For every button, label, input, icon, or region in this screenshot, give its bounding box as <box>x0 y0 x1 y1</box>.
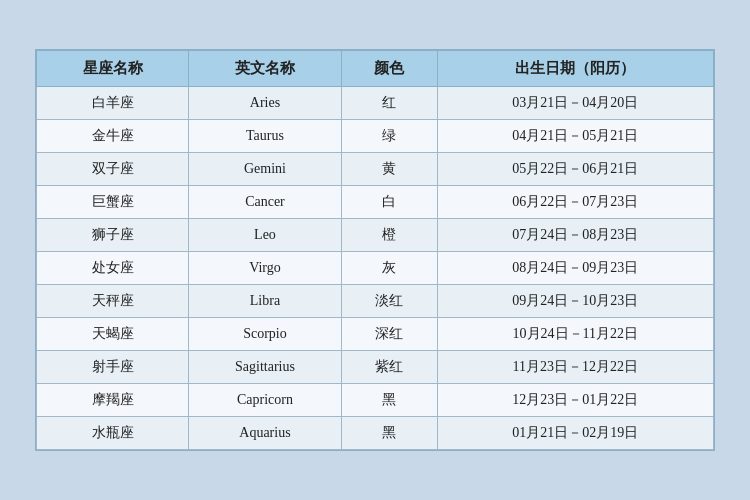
table-header-row: 星座名称 英文名称 颜色 出生日期（阳历） <box>37 51 714 87</box>
cell-color: 黑 <box>341 384 437 417</box>
table-row: 摩羯座Capricorn黑12月23日－01月22日 <box>37 384 714 417</box>
cell-dates: 07月24日－08月23日 <box>437 219 713 252</box>
cell-color: 白 <box>341 186 437 219</box>
cell-dates: 09月24日－10月23日 <box>437 285 713 318</box>
cell-chinese-name: 摩羯座 <box>37 384 189 417</box>
table-row: 双子座Gemini黄05月22日－06月21日 <box>37 153 714 186</box>
cell-color: 橙 <box>341 219 437 252</box>
cell-chinese-name: 水瓶座 <box>37 417 189 450</box>
table-body: 白羊座Aries红03月21日－04月20日金牛座Taurus绿04月21日－0… <box>37 87 714 450</box>
cell-dates: 12月23日－01月22日 <box>437 384 713 417</box>
table-row: 巨蟹座Cancer白06月22日－07月23日 <box>37 186 714 219</box>
header-chinese-name: 星座名称 <box>37 51 189 87</box>
cell-english-name: Aquarius <box>189 417 341 450</box>
cell-dates: 01月21日－02月19日 <box>437 417 713 450</box>
cell-english-name: Sagittarius <box>189 351 341 384</box>
cell-color: 灰 <box>341 252 437 285</box>
cell-english-name: Leo <box>189 219 341 252</box>
table-row: 狮子座Leo橙07月24日－08月23日 <box>37 219 714 252</box>
cell-dates: 05月22日－06月21日 <box>437 153 713 186</box>
table-row: 处女座Virgo灰08月24日－09月23日 <box>37 252 714 285</box>
cell-chinese-name: 处女座 <box>37 252 189 285</box>
cell-dates: 06月22日－07月23日 <box>437 186 713 219</box>
cell-color: 黑 <box>341 417 437 450</box>
cell-english-name: Libra <box>189 285 341 318</box>
cell-color: 红 <box>341 87 437 120</box>
table-row: 天秤座Libra淡红09月24日－10月23日 <box>37 285 714 318</box>
cell-dates: 03月21日－04月20日 <box>437 87 713 120</box>
table-row: 天蝎座Scorpio深红10月24日－11月22日 <box>37 318 714 351</box>
cell-english-name: Gemini <box>189 153 341 186</box>
cell-color: 深红 <box>341 318 437 351</box>
cell-english-name: Aries <box>189 87 341 120</box>
cell-chinese-name: 金牛座 <box>37 120 189 153</box>
table-row: 水瓶座Aquarius黑01月21日－02月19日 <box>37 417 714 450</box>
cell-chinese-name: 天秤座 <box>37 285 189 318</box>
zodiac-table: 星座名称 英文名称 颜色 出生日期（阳历） 白羊座Aries红03月21日－04… <box>36 50 714 450</box>
cell-color: 绿 <box>341 120 437 153</box>
cell-english-name: Scorpio <box>189 318 341 351</box>
cell-english-name: Taurus <box>189 120 341 153</box>
cell-dates: 11月23日－12月22日 <box>437 351 713 384</box>
table-row: 金牛座Taurus绿04月21日－05月21日 <box>37 120 714 153</box>
cell-color: 淡红 <box>341 285 437 318</box>
cell-english-name: Capricorn <box>189 384 341 417</box>
table-row: 白羊座Aries红03月21日－04月20日 <box>37 87 714 120</box>
cell-color: 紫红 <box>341 351 437 384</box>
cell-dates: 04月21日－05月21日 <box>437 120 713 153</box>
cell-chinese-name: 狮子座 <box>37 219 189 252</box>
cell-chinese-name: 射手座 <box>37 351 189 384</box>
cell-color: 黄 <box>341 153 437 186</box>
cell-chinese-name: 白羊座 <box>37 87 189 120</box>
header-dates: 出生日期（阳历） <box>437 51 713 87</box>
cell-english-name: Virgo <box>189 252 341 285</box>
header-color: 颜色 <box>341 51 437 87</box>
cell-chinese-name: 巨蟹座 <box>37 186 189 219</box>
cell-dates: 08月24日－09月23日 <box>437 252 713 285</box>
header-english-name: 英文名称 <box>189 51 341 87</box>
zodiac-table-container: 星座名称 英文名称 颜色 出生日期（阳历） 白羊座Aries红03月21日－04… <box>35 49 715 451</box>
cell-dates: 10月24日－11月22日 <box>437 318 713 351</box>
cell-english-name: Cancer <box>189 186 341 219</box>
cell-chinese-name: 双子座 <box>37 153 189 186</box>
cell-chinese-name: 天蝎座 <box>37 318 189 351</box>
table-row: 射手座Sagittarius紫红11月23日－12月22日 <box>37 351 714 384</box>
